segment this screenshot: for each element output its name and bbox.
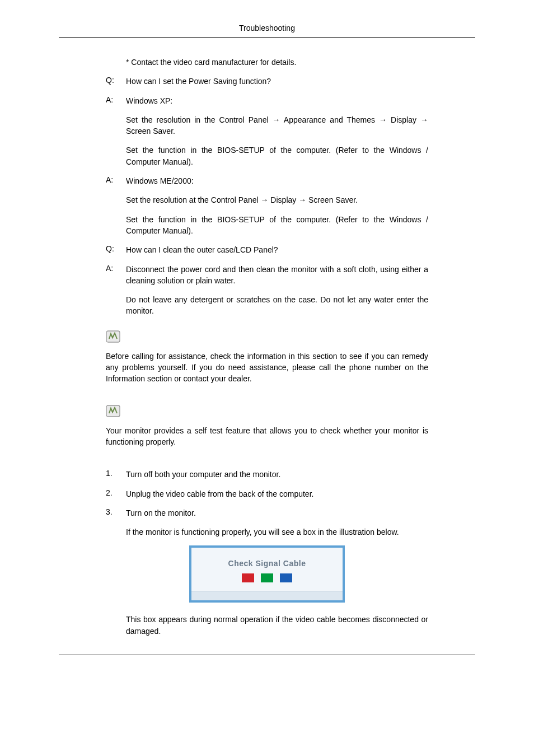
step-number: 2. (106, 488, 126, 500)
qa-text: Set the resolution in the Control Panel … (126, 114, 428, 137)
note-icon (106, 405, 120, 417)
qa-row: Q: How can I set the Power Saving functi… (106, 76, 428, 87)
page-header-title: Troubleshooting (59, 24, 475, 32)
footer-rule (59, 655, 475, 655)
qa-row: A: Disconnect the power cord and then cl… (106, 264, 428, 287)
qa-row: A: Windows XP: (106, 95, 428, 106)
content-area: * Contact the video card manufacturer fo… (59, 57, 475, 637)
step-number: 3. (106, 507, 126, 519)
step-row: 3. Turn on the monitor. (106, 507, 428, 519)
green-square-icon (261, 573, 273, 582)
qa-row: Set the resolution in the Control Panel … (126, 114, 428, 137)
note-icon (106, 330, 120, 343)
message-box-illustration: Check Signal Cable (106, 545, 428, 603)
qa-text: Set the function in the BIOS-SETUP of th… (126, 144, 428, 167)
qa-label: A: (106, 264, 126, 287)
message-box-squares (197, 573, 337, 584)
message-box-title: Check Signal Cable (197, 559, 337, 568)
step-followup: If the monitor is functioning properly, … (126, 526, 428, 538)
qa-text: How can I clean the outer case/LCD Panel… (126, 244, 428, 255)
red-square-icon (242, 573, 254, 582)
qa-text: Windows XP: (126, 95, 428, 106)
step-row: 2. Unplug the video cable from the back … (106, 488, 428, 500)
qa-text: Disconnect the power cord and then clean… (126, 264, 428, 287)
qa-label: A: (106, 95, 126, 106)
qa-row-note: * Contact the video card manufacturer fo… (126, 57, 428, 68)
qa-text: Do not leave any detergent or scratches … (126, 294, 428, 317)
qa-row: Q: How can I clean the outer case/LCD Pa… (106, 244, 428, 255)
step-followup: This box appears during normal operation… (126, 614, 428, 637)
step-followup-text: This box appears during normal operation… (126, 614, 428, 637)
blue-square-icon (280, 573, 292, 582)
qa-row: Set the function in the BIOS-SETUP of th… (126, 214, 428, 237)
qa-label: Q: (106, 244, 126, 255)
step-text: Unplug the video cable from the back of … (126, 488, 428, 500)
step-followup-text: If the monitor is functioning properly, … (126, 526, 428, 538)
message-box-footer (191, 591, 343, 600)
step-number: 1. (106, 469, 126, 480)
qa-row: Do not leave any detergent or scratches … (126, 294, 428, 317)
qa-row: A: Windows ME/2000: (106, 175, 428, 186)
qa-row: Set the resolution at the Control Panel … (126, 194, 428, 206)
header-rule (59, 37, 475, 38)
step-row: 1. Turn off both your computer and the m… (106, 469, 428, 480)
qa-row: Set the function in the BIOS-SETUP of th… (126, 144, 428, 167)
step-text: Turn off both your computer and the moni… (126, 469, 428, 480)
qa-text: Set the resolution at the Control Panel … (126, 194, 428, 206)
note-paragraph-1: Before calling for assistance, check the… (106, 351, 428, 385)
qa-label: A: (106, 175, 126, 186)
qa-text: Windows ME/2000: (126, 175, 428, 186)
qa-text: How can I set the Power Saving function? (126, 76, 428, 87)
qa-text: Set the function in the BIOS-SETUP of th… (126, 214, 428, 237)
qa-label: Q: (106, 76, 126, 87)
note-paragraph-2: Your monitor provides a self test featur… (106, 425, 428, 448)
qa-text: * Contact the video card manufacturer fo… (126, 57, 428, 68)
step-text: Turn on the monitor. (126, 507, 428, 519)
